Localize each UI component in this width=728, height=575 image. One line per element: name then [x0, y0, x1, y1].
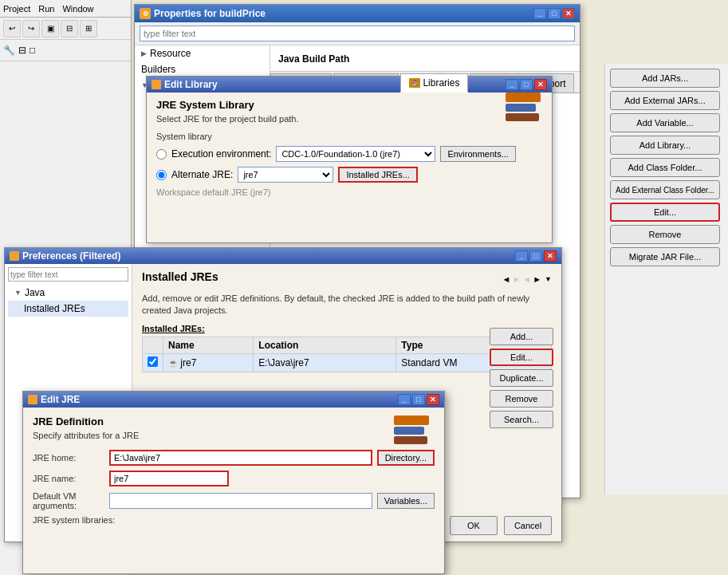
edit-jre-icon — [28, 395, 37, 404]
edit-jre-maximize[interactable]: □ — [412, 394, 425, 405]
remove-jre-button[interactable]: Remove — [490, 390, 553, 408]
jre-book2 — [394, 427, 424, 435]
prefs-tree-installed-label: Installed JREs — [24, 303, 85, 314]
jre-name-label: jre7 — [180, 357, 196, 368]
prefs-tree-java[interactable]: ▼ Java — [8, 285, 128, 301]
edit-jre-title: Edit JRE — [41, 394, 80, 405]
window-controls: _ □ ✕ — [533, 8, 575, 19]
tree-label-builders: Builders — [141, 64, 175, 75]
nav-arrows: ◄ ► ◄ ► ▼ — [502, 274, 552, 284]
installed-desc: Add, remove or edit JRE definitions. By … — [142, 293, 552, 317]
ok-button[interactable]: OK — [450, 516, 498, 535]
prefs-minimize[interactable]: _ — [515, 250, 528, 262]
edit-button-main[interactable]: Edit... — [610, 203, 720, 222]
main-menu: Project Run Window — [0, 0, 131, 18]
java-build-path-header: Java Build Path — [270, 45, 580, 72]
tree-arrow-resource: ▶ — [141, 49, 147, 57]
preferences-titlebar: Preferences (Filtered) _ □ ✕ — [5, 248, 561, 264]
nav-back[interactable]: ◄ — [502, 274, 511, 284]
jre-home-input[interactable] — [109, 450, 372, 466]
variables-button[interactable]: Variables... — [377, 493, 435, 509]
directory-button[interactable]: Directory... — [377, 450, 435, 466]
properties-titlebar: ⚙ Properties for buildPrice _ □ ✕ — [135, 5, 580, 22]
duplicate-jre-button[interactable]: Duplicate... — [490, 369, 553, 387]
jre-book1 — [394, 415, 429, 425]
edit-lib-minimize[interactable]: _ — [506, 79, 518, 90]
tree-item-builders[interactable]: Builders — [135, 61, 270, 77]
jre-name-input[interactable] — [109, 471, 229, 486]
prefs-tree-installed[interactable]: Installed JREs — [8, 301, 128, 317]
add-external-class-folder-button[interactable]: Add External Class Folder... — [610, 180, 720, 199]
jre-name-row: JRE name: — [33, 471, 435, 486]
edit-lib-close[interactable]: ✕ — [534, 79, 547, 90]
workspace-default-note: Workspace default JRE (jre7) — [156, 187, 542, 197]
edit-library-icon — [152, 80, 161, 89]
add-jre-button[interactable]: Add... — [490, 328, 553, 345]
alternate-jre-radio[interactable] — [156, 170, 167, 180]
add-library-button[interactable]: Add Library... — [610, 136, 720, 155]
jre-name-label: JRE name: — [33, 474, 104, 483]
toolbar-btn-3[interactable]: ▣ — [41, 20, 59, 37]
prefs-tree-java-label: Java — [25, 287, 45, 298]
default-vm-input[interactable] — [109, 493, 372, 509]
alternate-jre-select[interactable]: jre7 — [238, 167, 333, 183]
col-name: Name — [163, 337, 254, 353]
book3 — [506, 113, 539, 121]
search-jre-button[interactable]: Search... — [490, 411, 553, 428]
toolbar-btn-2[interactable]: ↪ — [22, 20, 40, 37]
execution-env-select[interactable]: CDC-1.0/Foundation-1.0 (jre7) — [276, 146, 435, 162]
prefs-tree-java-arrow: ▼ — [14, 289, 22, 297]
edit-jre-minimize[interactable]: _ — [398, 394, 411, 405]
add-class-folder-button[interactable]: Add Class Folder... — [610, 158, 720, 177]
system-library-label: System library — [156, 132, 542, 141]
edit-library-titlebar: Edit Library _ □ ✕ — [147, 77, 552, 93]
prefs-maximize[interactable]: □ — [529, 250, 542, 262]
edit-library-subtext: Select JRE for the project build path. — [156, 114, 542, 124]
edit-lib-maximize[interactable]: □ — [520, 79, 533, 90]
add-variable-button[interactable]: Add Variable... — [610, 113, 720, 132]
right-action-panel: Add JARs... Add External JARs... Add Var… — [604, 64, 728, 494]
preferences-icon — [10, 251, 19, 261]
jre-row-0-name: ☕ jre7 — [163, 353, 254, 372]
sidebar-label-2: □ — [30, 45, 35, 56]
migrate-jar-button[interactable]: Migrate JAR File... — [610, 247, 720, 266]
book1 — [506, 93, 541, 102]
edit-jre-button[interactable]: Edit... — [490, 349, 553, 366]
prefs-filter-input[interactable] — [8, 267, 128, 282]
win-close[interactable]: ✕ — [562, 8, 575, 19]
remove-button[interactable]: Remove — [610, 225, 720, 244]
props-filter-input[interactable] — [140, 26, 575, 41]
edit-jre-heading: JRE Definition — [33, 415, 435, 427]
environments-button[interactable]: Environments... — [440, 146, 515, 162]
properties-icon: ⚙ — [140, 8, 151, 19]
prefs-close[interactable]: ✕ — [544, 250, 557, 262]
menu-window[interactable]: Window — [62, 4, 93, 14]
tab-libraries[interactable]: 📚 Libraries — [400, 73, 468, 93]
installed-jres-button[interactable]: Installed JREs... — [338, 167, 417, 183]
win-minimize[interactable]: _ — [533, 8, 546, 19]
tab-libraries-label: Libraries — [423, 77, 459, 89]
toolbar-btn-1[interactable]: ↩ — [3, 20, 21, 37]
nav-fwd[interactable]: ► — [533, 274, 541, 284]
toolbar-btn-5[interactable]: ⊞ — [80, 20, 97, 37]
nav-back2: ◄ — [522, 274, 531, 284]
toolbar-btn-4[interactable]: ⊟ — [61, 20, 78, 37]
jre-row-0-check[interactable] — [143, 353, 163, 372]
alternate-jre-label: Alternate JRE: — [171, 169, 233, 180]
menu-project[interactable]: Project — [3, 4, 30, 14]
add-jars-button[interactable]: Add JARs... — [610, 69, 720, 88]
execution-env-radio[interactable] — [156, 149, 167, 160]
cancel-button[interactable]: Cancel — [504, 516, 552, 535]
nav-dropdown[interactable]: ▼ — [545, 275, 552, 283]
default-vm-label: Default VM arguments: — [33, 491, 104, 510]
edit-jre-close[interactable]: ✕ — [427, 394, 439, 405]
build-path-title: Java Build Path — [278, 53, 349, 65]
book2 — [506, 104, 536, 112]
add-external-jars-button[interactable]: Add External JARs... — [610, 91, 720, 110]
menu-run[interactable]: Run — [38, 4, 54, 14]
win-maximize[interactable]: □ — [548, 8, 561, 19]
tree-item-resource[interactable]: ▶ Resource — [135, 45, 270, 61]
properties-title: Properties for buildPrice — [154, 8, 266, 19]
jre-books-icon — [394, 415, 432, 449]
jre-row-0-location: E:\Java\jre7 — [254, 353, 396, 372]
